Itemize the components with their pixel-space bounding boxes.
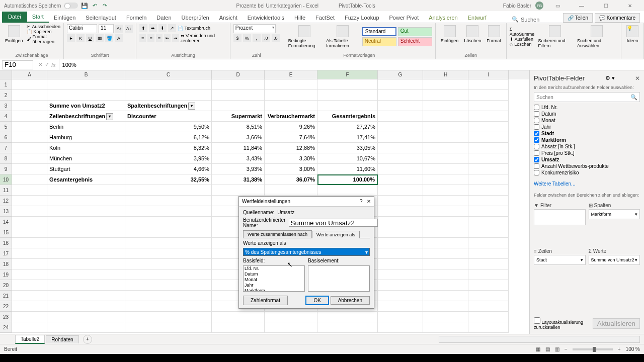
field-item[interactable]: Jahr (534, 124, 640, 130)
cell[interactable] (12, 259, 47, 269)
field-item[interactable]: Marktform (534, 137, 640, 143)
align-middle-icon[interactable]: ⬌ (149, 24, 157, 32)
row-filter-button[interactable]: ▾ (106, 113, 113, 120)
cell[interactable] (468, 301, 509, 312)
cell[interactable] (468, 79, 509, 90)
row-header[interactable]: 4 (0, 111, 12, 122)
cell[interactable] (468, 90, 509, 101)
cell[interactable] (423, 301, 468, 312)
undo-icon[interactable]: ↶ (91, 2, 98, 9)
col-header[interactable]: H (423, 70, 468, 79)
tab-einfuegen[interactable]: Einfügen (49, 13, 80, 23)
cell[interactable] (423, 291, 468, 301)
dialog-tab-showas[interactable]: Werte anzeigen als (312, 231, 360, 238)
find-select-button[interactable]: Suchen und Auswählen (575, 24, 618, 49)
save-icon[interactable]: 💾 (81, 2, 88, 9)
cell[interactable] (125, 248, 212, 259)
cell[interactable]: 3,00% (265, 164, 317, 174)
cell[interactable]: 3,43% (212, 153, 265, 164)
cell[interactable] (423, 122, 468, 132)
number-format-combo[interactable]: Prozent (233, 24, 276, 33)
cell[interactable] (423, 217, 468, 227)
cell[interactable] (468, 269, 509, 280)
col-header[interactable]: E (265, 70, 317, 79)
field-checkbox[interactable] (534, 157, 539, 162)
cell[interactable] (47, 312, 125, 322)
cell[interactable] (12, 143, 47, 153)
col-header[interactable]: F (317, 70, 378, 79)
cell[interactable] (423, 312, 468, 322)
cell[interactable] (212, 79, 265, 90)
cell[interactable] (12, 301, 47, 312)
cell[interactable]: Köln (47, 143, 125, 153)
row-header[interactable]: 19 (0, 269, 12, 280)
cell[interactable] (125, 185, 212, 196)
bold-button[interactable]: F (67, 34, 75, 42)
cell[interactable] (378, 280, 423, 291)
row-header[interactable]: 6 (0, 132, 12, 143)
cell[interactable] (125, 312, 212, 322)
font-color-button[interactable]: A (115, 34, 123, 42)
row-header[interactable]: 17 (0, 248, 12, 259)
cell[interactable] (468, 291, 509, 301)
cell[interactable] (378, 185, 423, 196)
cell[interactable] (12, 79, 47, 90)
conditional-format-button[interactable]: Bedingte Formatierung (286, 24, 323, 49)
cell[interactable] (468, 185, 509, 196)
cell[interactable] (212, 312, 265, 322)
cell[interactable] (12, 217, 47, 227)
field-pane-close-icon[interactable]: ✕ (635, 75, 640, 82)
tab-fuzzy[interactable]: Fuzzy Lookup (340, 13, 384, 23)
cut-button[interactable]: ✂ Ausschneiden (27, 24, 61, 29)
share-button[interactable]: 🔗 Teilen (563, 13, 593, 23)
tab-powerpivot[interactable]: Power Pivot (384, 13, 424, 23)
field-checkbox[interactable] (534, 150, 539, 156)
field-checkbox[interactable] (534, 131, 539, 136)
cell[interactable]: 17,41% (317, 132, 378, 143)
cell[interactable] (378, 143, 423, 153)
row-header[interactable]: 21 (0, 291, 12, 301)
cell[interactable] (317, 90, 378, 101)
cell[interactable] (378, 301, 423, 312)
cell[interactable] (468, 312, 509, 322)
row-header[interactable]: 14 (0, 217, 12, 227)
dialog-tab-summarize[interactable]: Werte zusammenfassen nach (243, 230, 312, 238)
col-header[interactable]: I (468, 70, 509, 79)
custom-name-input[interactable] (289, 219, 378, 227)
cell[interactable]: 11,84% (212, 143, 265, 153)
cell[interactable] (12, 196, 47, 206)
row-header[interactable]: 16 (0, 238, 12, 248)
cell[interactable] (47, 301, 125, 312)
sheet-tab-active[interactable]: Tabelle2 (15, 335, 45, 344)
cell[interactable]: 3,30% (265, 153, 317, 164)
values-area[interactable]: Summe von Umsatz2▾ (589, 255, 640, 265)
tab-hilfe[interactable]: Hilfe (289, 13, 310, 23)
align-left-icon[interactable]: ≡ (139, 34, 146, 42)
cell[interactable] (378, 174, 423, 185)
cell[interactable] (468, 153, 509, 164)
cell[interactable] (423, 153, 468, 164)
cell[interactable]: Hamburg (47, 132, 125, 143)
cell[interactable] (265, 312, 317, 322)
cell[interactable] (47, 217, 125, 227)
cell[interactable] (47, 196, 125, 206)
redo-icon[interactable]: ↷ (101, 2, 108, 9)
cell[interactable]: 9,26% (265, 122, 317, 132)
cell[interactable]: Supermarkt (212, 111, 265, 122)
cell[interactable] (125, 238, 212, 248)
sort-filter-button[interactable]: Sortieren und Filtern (536, 24, 574, 49)
cell[interactable] (378, 196, 423, 206)
cell[interactable] (378, 269, 423, 280)
cell[interactable] (423, 111, 468, 122)
cell[interactable] (47, 248, 125, 259)
cell[interactable]: Gesamtergebnis (317, 111, 378, 122)
row-header[interactable]: 20 (0, 280, 12, 291)
cancel-formula-icon[interactable]: ✕ (38, 61, 43, 68)
align-bottom-icon[interactable]: ⬇ (158, 24, 167, 32)
copy-button[interactable]: 📋 Kopieren (27, 29, 61, 34)
row-header[interactable]: 24 (0, 322, 12, 333)
dialog-close-icon[interactable]: ✕ (367, 199, 371, 204)
select-all-corner[interactable] (0, 70, 12, 79)
italic-button[interactable]: K (76, 34, 85, 42)
row-header[interactable]: 13 (0, 206, 12, 217)
